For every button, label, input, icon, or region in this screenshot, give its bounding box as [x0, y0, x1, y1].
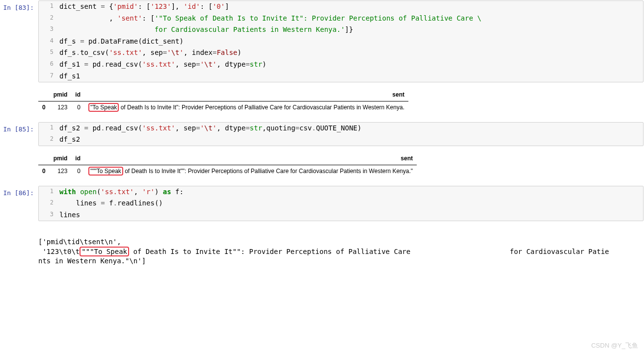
- dataframe-table: pmid id sent 0 123 0 "To Speak of Death …: [38, 89, 408, 114]
- output-df2: pmid id sent 0 123 0 """To Speak of Deat…: [33, 150, 644, 185]
- table-row: 0 123 0 """To Speak of Death Is to Invit…: [38, 165, 417, 177]
- row-index: 0: [38, 101, 50, 113]
- code-content[interactable]: df_s2: [59, 135, 84, 145]
- code-content[interactable]: dict_sent = {'pmid': ['123'], 'id': ['0'…: [59, 2, 233, 12]
- line-number: 2: [39, 14, 59, 22]
- output-df1: pmid id sent 0 123 0 "To Speak of Death …: [33, 86, 644, 122]
- col-index: [38, 152, 50, 165]
- code-content[interactable]: df_s1: [59, 72, 84, 81]
- code-input[interactable]: 1dict_sent = {'pmid': ['123'], 'id': ['0…: [38, 0, 644, 82]
- line-number: 3: [39, 210, 59, 219]
- input-prompt: In [85]:: [0, 122, 38, 146]
- code-content[interactable]: with open('ss.txt', 'r') as f:: [59, 187, 188, 197]
- row-index: 0: [38, 165, 50, 177]
- line-number: 4: [39, 37, 59, 45]
- highlight-annotation: "To Speak: [88, 103, 119, 112]
- line-number: 5: [39, 48, 59, 56]
- line-number: 2: [39, 135, 59, 143]
- cell-pmid: 123: [50, 101, 72, 113]
- output-lines: ['pmid\tid\tsent\n', '123\t0\t"""To Spea…: [33, 225, 644, 274]
- code-cell-85[interactable]: In [85]: 1df_s2 = pd.read_csv('ss.txt', …: [0, 122, 644, 147]
- input-prompt: In [83]:: [0, 0, 38, 82]
- code-content[interactable]: df_s.to_csv('ss.txt', sep='\t', index=Fa…: [59, 48, 245, 58]
- col-index: [38, 89, 50, 101]
- col-pmid: pmid: [50, 89, 72, 101]
- code-content[interactable]: df_s2 = pd.read_csv('ss.txt', sep='\t', …: [59, 124, 365, 133]
- code-content[interactable]: lines: [59, 210, 84, 220]
- code-content[interactable]: , 'sent': ['"To Speak of Death Is to Inv…: [59, 14, 485, 24]
- code-content[interactable]: df_s = pd.DataFrame(dict_sent): [59, 37, 188, 47]
- cell-pmid: 123: [50, 165, 72, 177]
- line-number: 6: [39, 60, 59, 68]
- cell-sent: """To Speak of Death Is to Invite It"": …: [84, 165, 417, 177]
- line-number: 1: [39, 124, 59, 132]
- cell-id: 0: [71, 165, 84, 177]
- input-prompt: In [86]:: [0, 186, 38, 222]
- line-number: 2: [39, 199, 59, 207]
- code-cell-83[interactable]: In [83]: 1dict_sent = {'pmid': ['123'], …: [0, 0, 644, 83]
- col-sent: sent: [84, 89, 408, 101]
- line-number: 7: [39, 72, 59, 80]
- code-cell-86[interactable]: In [86]: 1with open('ss.txt', 'r') as f:…: [0, 185, 644, 222]
- code-content[interactable]: lines = f.readlines(): [59, 199, 167, 208]
- code-content[interactable]: for Cardiovascular Patients in Western K…: [59, 25, 357, 35]
- line-number: 3: [39, 25, 59, 33]
- code-input[interactable]: 1with open('ss.txt', 'r') as f:2 lines =…: [38, 186, 644, 222]
- line-number: 1: [39, 2, 59, 10]
- cell-sent: "To Speak of Death Is to Invite It": Pro…: [84, 101, 408, 113]
- code-content[interactable]: df_s1 = pd.read_csv('ss.txt', sep='\t', …: [59, 60, 270, 70]
- table-row: 0 123 0 "To Speak of Death Is to Invite …: [38, 101, 408, 113]
- col-id: id: [71, 152, 84, 165]
- col-pmid: pmid: [50, 152, 72, 165]
- cell-id: 0: [71, 101, 84, 113]
- col-sent: sent: [84, 152, 417, 165]
- highlight-annotation: """To Speak: [88, 167, 123, 176]
- col-id: id: [71, 89, 84, 101]
- dataframe-table: pmid id sent 0 123 0 """To Speak of Deat…: [38, 152, 417, 177]
- highlight-annotation: """To Speak: [80, 247, 129, 256]
- line-number: 1: [39, 187, 59, 196]
- code-input[interactable]: 1df_s2 = pd.read_csv('ss.txt', sep='\t',…: [38, 122, 644, 146]
